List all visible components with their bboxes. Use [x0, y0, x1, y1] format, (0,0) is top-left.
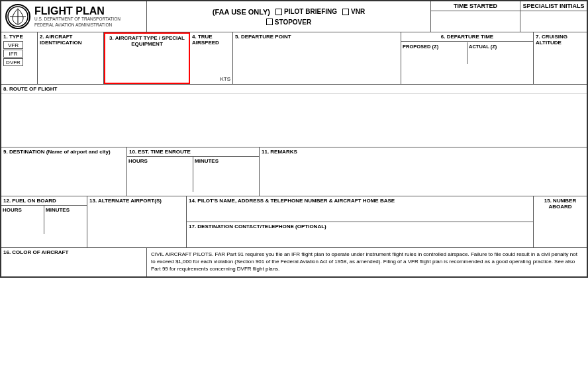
field14-17-block: 14. PILOT'S NAME, ADDRESS & TELEPHONE NU…	[187, 196, 534, 247]
stopover-checkbox[interactable]	[266, 19, 273, 25]
specialist-input[interactable]	[520, 11, 587, 32]
dvfr-box[interactable]: DVFR	[3, 58, 23, 66]
time-started-input[interactable]	[431, 11, 520, 32]
field10-inner: HOURS MINUTES	[127, 157, 259, 192]
time-started-section: TIME STARTED	[431, 1, 520, 32]
fuel-hours-field: HOURS	[1, 206, 44, 234]
fields-row-9-11: 9. DESTINATION (Name of airport and city…	[1, 147, 587, 196]
ifr-label: IFR	[9, 51, 18, 57]
vfr-label: VFR	[8, 42, 19, 48]
field5-input[interactable]	[235, 40, 399, 77]
field14-input[interactable]	[187, 205, 533, 222]
field8-input[interactable]	[1, 94, 587, 147]
est-hours-field: HOURS	[127, 157, 193, 192]
field10-est-enroute: 10. EST. TIME ENROUTE HOURS MINUTES	[127, 147, 260, 196]
field7-input[interactable]	[536, 46, 585, 79]
field5-label: 5. DEPARTURE POINT	[235, 34, 399, 40]
fuel-minutes-field: MINUTES	[44, 206, 87, 234]
vfr-option: VFR	[3, 41, 35, 49]
field7-cruising-altitude: 7. CRUISING ALTITUDE	[534, 32, 587, 84]
field16-color-of-aircraft: 16. COLOR OF AIRCRAFT	[1, 248, 147, 276]
est-hours-input[interactable]	[128, 164, 191, 190]
field6-departure-time: 6. DEPARTURE TIME PROPOSED (Z) ACTUAL (Z…	[401, 32, 534, 84]
est-minutes-input[interactable]	[195, 164, 258, 190]
fields-row-12-15: 12. FUEL ON BOARD HOURS MINUTES 13. ALTE…	[1, 196, 587, 248]
proposed-z-field: PROPOSED (Z)	[401, 42, 467, 64]
pilot-briefing-label: PILOT BRIEFING	[284, 8, 337, 15]
field3-input[interactable]	[107, 47, 187, 80]
vnr-label: VNR	[351, 8, 365, 15]
field17-input[interactable]	[187, 231, 533, 247]
field1-type: 1. TYPE VFR IFR DVFR	[1, 32, 38, 84]
field12-label: 12. FUEL ON BOARD	[1, 196, 87, 206]
field8-route-of-flight: 8. ROUTE OF FLIGHT	[1, 85, 587, 147]
faa-use-only-label: (FAA USE ONLY)	[213, 8, 270, 16]
field16-label: 16. COLOR OF AIRCRAFT	[3, 249, 144, 255]
vnr-checkbox[interactable]	[342, 9, 349, 15]
field1-label: 1. TYPE	[3, 34, 35, 40]
field17-label: 17. DESTINATION CONTACT/TELEPHONE (OPTIO…	[187, 222, 533, 231]
header-row: FLIGHT PLAN U.S. DEPARTMENT OF TRANSPORT…	[1, 1, 587, 32]
faa-logo-icon	[5, 4, 30, 29]
agency-line1: U.S. DEPARTMENT OF TRANSPORTATION	[34, 17, 121, 22]
type-options: VFR IFR DVFR	[3, 41, 35, 66]
actual-z-label: ACTUAL (Z)	[469, 44, 532, 50]
header-logo: FLIGHT PLAN U.S. DEPARTMENT OF TRANSPORT…	[1, 1, 147, 32]
specialist-section: SPECIALIST INITIALS	[520, 1, 587, 32]
field4-label: 4. TRUE AIRSPEED	[192, 34, 230, 46]
field2-label: 2. AIRCRAFT IDENTIFICATION	[40, 34, 101, 46]
field2-aircraft-id: 2. AIRCRAFT IDENTIFICATION	[38, 32, 104, 84]
field9-label: 9. DESTINATION (Name of airport and city…	[1, 147, 126, 156]
field13-alternate-airport: 13. ALTERNATE AIRPORT(S)	[87, 196, 187, 247]
field11-input[interactable]	[260, 156, 587, 196]
field9-input[interactable]	[1, 156, 126, 196]
flight-plan-form: FLIGHT PLAN U.S. DEPARTMENT OF TRANSPORT…	[0, 0, 588, 278]
ifr-box[interactable]: IFR	[3, 50, 23, 58]
field4-airspeed: 4. TRUE AIRSPEED KTS	[190, 32, 233, 84]
dvfr-option: DVFR	[3, 58, 35, 66]
field13-label: 13. ALTERNATE AIRPORT(S)	[87, 196, 186, 205]
fuel-minutes-input[interactable]	[46, 213, 85, 233]
logo-text-block: FLIGHT PLAN U.S. DEPARTMENT OF TRANSPORT…	[34, 5, 121, 28]
field3-label: 3. AIRCRAFT TYPE / SPECIAL EQUIPMENT	[107, 35, 187, 47]
field11-label: 11. REMARKS	[260, 147, 587, 156]
stopover-checkbox-item: STOPOVER	[266, 19, 311, 26]
field16-input[interactable]	[3, 255, 144, 275]
field6-label: 6. DEPARTURE TIME	[401, 32, 533, 42]
fields-row-16-disclaimer: 16. COLOR OF AIRCRAFT CIVIL AIRCRAFT PIL…	[1, 248, 587, 276]
vfr-box[interactable]: VFR	[3, 41, 23, 49]
field2-input[interactable]	[40, 46, 101, 83]
field8-label: 8. ROUTE OF FLIGHT	[1, 85, 587, 94]
field13-input[interactable]	[87, 205, 186, 238]
fuel-minutes-label: MINUTES	[46, 207, 85, 213]
field10-label: 10. EST. TIME ENROUTE	[127, 147, 259, 157]
dvfr-label: DVFR	[6, 60, 21, 65]
stopover-row: STOPOVER	[266, 19, 311, 26]
field11-remarks: 11. REMARKS	[260, 147, 587, 196]
disclaimer-text: CIVIL AIRCRAFT PILOTS. FAR Part 91 requi…	[147, 248, 587, 276]
field15-number-aboard: 15. NUMBER ABOARD	[534, 196, 587, 247]
departure-time-inner: PROPOSED (Z) ACTUAL (Z)	[401, 42, 533, 64]
faa-use-only-row: (FAA USE ONLY) PILOT BRIEFING VNR	[213, 8, 365, 16]
est-minutes-field: MINUTES	[193, 157, 259, 192]
fields-row-1-7: 1. TYPE VFR IFR DVFR	[1, 32, 587, 85]
agency-line2: FEDERAL AVIATION ADMINISTRATION	[34, 22, 121, 28]
stopover-label: STOPOVER	[275, 19, 311, 26]
specialist-label: SPECIALIST INITIALS	[520, 1, 587, 11]
pilot-briefing-checkbox-item: PILOT BRIEFING	[275, 8, 337, 15]
actual-z-input[interactable]	[469, 50, 532, 63]
ifr-option: IFR	[3, 50, 35, 58]
fuel-hours-label: HOURS	[3, 207, 42, 213]
vnr-checkbox-item: VNR	[342, 8, 365, 15]
est-hours-label: HOURS	[128, 158, 191, 164]
field5-departure-point: 5. DEPARTURE POINT	[233, 32, 401, 84]
time-started-label: TIME STARTED	[431, 1, 520, 11]
field4-input[interactable]	[192, 46, 230, 69]
field15-input[interactable]	[534, 211, 587, 247]
fuel-hours-input[interactable]	[3, 213, 42, 233]
field9-destination: 9. DESTINATION (Name of airport and city…	[1, 147, 127, 196]
pilot-briefing-checkbox[interactable]	[275, 9, 282, 15]
proposed-z-input[interactable]	[403, 50, 466, 63]
field14-label: 14. PILOT'S NAME, ADDRESS & TELEPHONE NU…	[187, 196, 533, 205]
est-minutes-label: MINUTES	[195, 158, 258, 164]
